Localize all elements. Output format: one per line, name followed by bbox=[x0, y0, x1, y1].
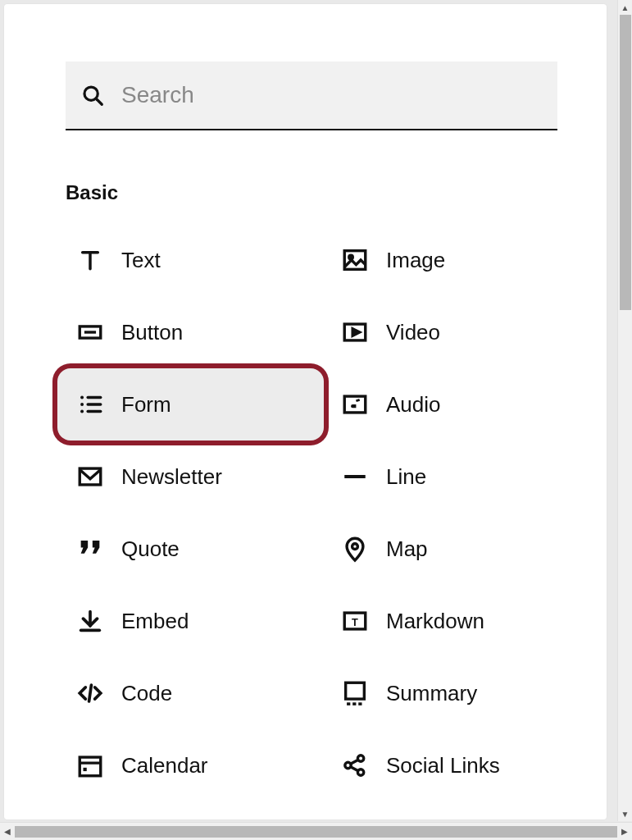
block-label: Audio bbox=[386, 392, 441, 418]
block-label: Code bbox=[121, 681, 172, 706]
block-label: Social Links bbox=[386, 753, 500, 778]
block-label: Video bbox=[386, 320, 440, 345]
scroll-right-arrow[interactable]: ▶ bbox=[617, 823, 632, 840]
block-image[interactable]: Image bbox=[330, 224, 557, 296]
block-label: Map bbox=[386, 536, 428, 562]
block-label: Text bbox=[121, 248, 161, 273]
block-social-links[interactable]: Social Links bbox=[330, 729, 557, 801]
scroll-up-arrow[interactable]: ▲ bbox=[618, 0, 632, 15]
block-label: Image bbox=[386, 248, 445, 273]
block-label: Quote bbox=[121, 536, 180, 562]
block-picker-panel: Basic Text Image bbox=[4, 4, 607, 819]
button-icon bbox=[74, 316, 107, 349]
social-links-icon bbox=[339, 749, 371, 782]
calendar-icon bbox=[74, 749, 107, 782]
block-grid: Text Image bbox=[66, 224, 557, 819]
search-icon bbox=[80, 83, 105, 107]
svg-line-25 bbox=[89, 685, 92, 701]
app-viewport: Basic Text Image bbox=[0, 0, 632, 840]
vertical-scrollbar[interactable]: ▲ ▼ bbox=[617, 0, 632, 821]
svg-point-10 bbox=[80, 396, 84, 399]
svg-marker-9 bbox=[352, 329, 360, 336]
markdown-icon: T bbox=[339, 605, 371, 637]
block-audio[interactable]: Audio bbox=[330, 368, 557, 441]
block-line[interactable]: Line bbox=[330, 441, 557, 513]
svg-line-37 bbox=[351, 767, 358, 771]
svg-point-34 bbox=[357, 756, 363, 761]
block-label: Newsletter bbox=[121, 464, 222, 490]
code-icon bbox=[74, 677, 107, 710]
block-summary[interactable]: Summary bbox=[330, 657, 557, 729]
block-newsletter[interactable]: Newsletter bbox=[66, 441, 324, 513]
svg-point-0 bbox=[84, 87, 98, 100]
svg-text:T: T bbox=[352, 616, 358, 628]
vertical-scroll-thumb[interactable] bbox=[620, 15, 631, 310]
block-label: Form bbox=[121, 392, 171, 418]
block-label: Calendar bbox=[121, 753, 208, 778]
block-label: Line bbox=[386, 464, 426, 490]
svg-rect-28 bbox=[352, 702, 356, 705]
line-icon bbox=[339, 460, 371, 493]
block-map[interactable]: Map bbox=[330, 513, 557, 585]
scroll-down-arrow[interactable]: ▼ bbox=[618, 806, 632, 821]
scroll-left-arrow[interactable]: ◀ bbox=[0, 823, 15, 840]
svg-point-33 bbox=[345, 762, 351, 768]
quote-icon bbox=[74, 532, 107, 565]
block-form[interactable]: Form bbox=[57, 368, 324, 441]
map-icon bbox=[339, 532, 371, 565]
svg-point-5 bbox=[349, 255, 353, 259]
block-code[interactable]: Code bbox=[66, 657, 324, 729]
svg-point-12 bbox=[80, 410, 84, 413]
block-label: Markdown bbox=[386, 609, 484, 634]
svg-rect-26 bbox=[346, 682, 365, 699]
block-button[interactable]: Button bbox=[66, 296, 324, 368]
svg-line-36 bbox=[351, 760, 358, 764]
section-title-basic: Basic bbox=[66, 181, 557, 204]
image-icon bbox=[339, 244, 371, 276]
block-calendar[interactable]: Calendar bbox=[66, 729, 324, 801]
svg-line-17 bbox=[356, 399, 359, 400]
newsletter-icon bbox=[74, 460, 107, 493]
block-quote[interactable]: Quote bbox=[66, 513, 324, 585]
search-bar[interactable] bbox=[66, 62, 557, 130]
block-accordion[interactable]: Accordion bbox=[330, 801, 557, 819]
form-icon bbox=[74, 388, 107, 421]
horizontal-scroll-thumb[interactable] bbox=[15, 826, 617, 838]
embed-icon bbox=[74, 605, 107, 637]
block-label: Embed bbox=[121, 609, 189, 634]
block-chart[interactable]: Chart bbox=[66, 801, 324, 819]
svg-line-1 bbox=[97, 99, 102, 104]
svg-rect-30 bbox=[80, 757, 101, 776]
svg-rect-32 bbox=[84, 768, 87, 771]
svg-point-20 bbox=[352, 544, 358, 550]
video-icon bbox=[339, 316, 371, 349]
summary-icon bbox=[339, 677, 371, 710]
block-label: Summary bbox=[386, 681, 477, 706]
search-input[interactable] bbox=[120, 81, 543, 109]
svg-rect-27 bbox=[347, 702, 350, 705]
block-markdown[interactable]: T Markdown bbox=[330, 585, 557, 657]
horizontal-scrollbar[interactable]: ◀ ▶ bbox=[0, 822, 632, 840]
block-label: Button bbox=[121, 320, 183, 345]
block-text[interactable]: Text bbox=[66, 224, 324, 296]
svg-point-11 bbox=[80, 403, 84, 406]
block-video[interactable]: Video bbox=[330, 296, 557, 368]
audio-icon bbox=[339, 388, 371, 421]
svg-rect-29 bbox=[358, 702, 361, 705]
block-embed[interactable]: Embed bbox=[66, 585, 324, 657]
text-icon bbox=[74, 244, 107, 276]
svg-point-35 bbox=[357, 769, 363, 775]
